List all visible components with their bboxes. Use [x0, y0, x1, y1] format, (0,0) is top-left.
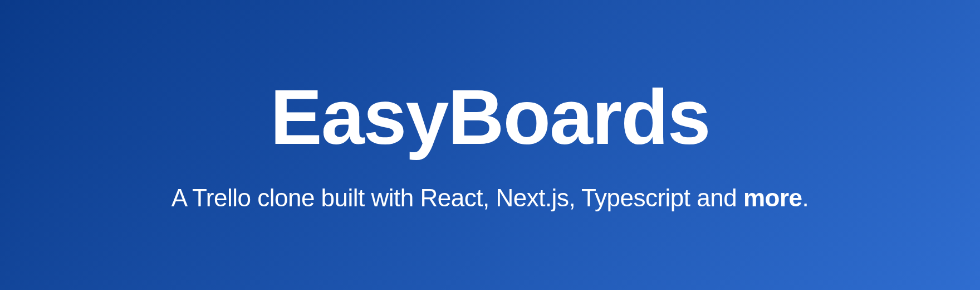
hero-subtitle-bold: more	[743, 184, 802, 211]
hero-subtitle: A Trello clone built with React, Next.js…	[171, 184, 809, 212]
hero-title: EasyBoards	[270, 78, 709, 156]
hero-subtitle-suffix: .	[802, 184, 809, 211]
hero-subtitle-prefix: A Trello clone built with React, Next.js…	[171, 184, 743, 211]
